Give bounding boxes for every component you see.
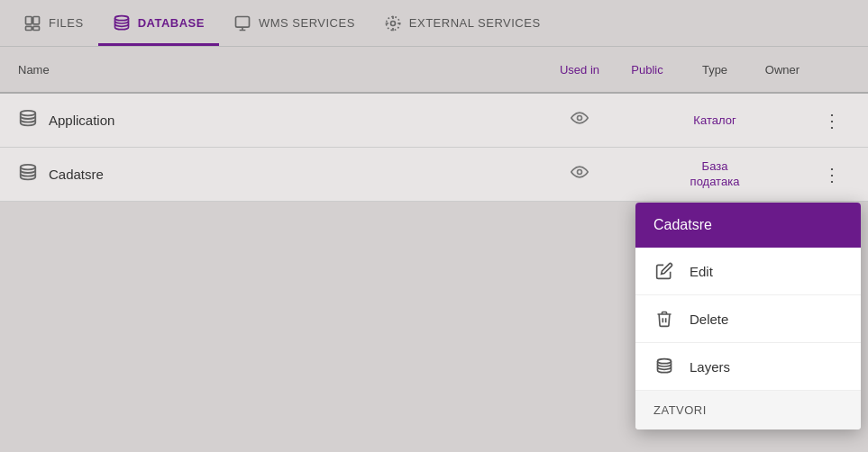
more-options-cadatsre[interactable]: ⋮	[818, 160, 846, 189]
col-header-owner: Owner	[751, 63, 814, 77]
row-application-used-in	[544, 109, 616, 131]
svg-rect-2	[26, 26, 32, 30]
external-icon	[384, 14, 402, 32]
row-cadatsre-name: Cadatsre	[18, 163, 544, 185]
menu-edit-label: Edit	[690, 264, 713, 279]
files-icon	[23, 14, 41, 32]
tab-files-label: FILES	[49, 16, 84, 30]
col-header-used-in: Used in	[544, 63, 616, 77]
table-row: Cadatsre База података ⋮	[0, 148, 868, 202]
col-header-name: Name	[18, 63, 544, 77]
trash-icon	[653, 308, 675, 330]
svg-point-11	[578, 170, 582, 175]
tab-database-label: DATABASE	[138, 16, 205, 30]
svg-point-4	[114, 15, 128, 20]
menu-item-edit[interactable]: Edit	[635, 248, 861, 295]
svg-point-9	[578, 116, 582, 121]
menu-item-delete[interactable]: Delete	[635, 295, 861, 343]
db-icon-cadatsre	[18, 163, 38, 185]
row-cadatsre-actions[interactable]: ⋮	[814, 160, 850, 189]
menu-item-layers[interactable]: Layers	[635, 343, 861, 391]
menu-title: Cadatsre	[635, 203, 861, 248]
svg-rect-5	[235, 16, 249, 27]
table-header: Name Used in Public Type Owner	[0, 47, 868, 94]
col-header-type: Type	[679, 63, 751, 77]
svg-point-6	[390, 21, 395, 25]
menu-delete-label: Delete	[690, 312, 728, 327]
row-cadatsre-type-line1: База	[702, 159, 728, 173]
tab-external[interactable]: EXTERNAL SERVICES	[370, 0, 555, 46]
tab-external-label: EXTERNAL SERVICES	[409, 16, 541, 30]
layers-icon	[653, 356, 675, 377]
svg-rect-0	[26, 16, 32, 23]
table-row: Application Каталог ⋮	[0, 94, 868, 148]
db-icon-application	[18, 109, 38, 131]
eye-icon-cadatsre[interactable]	[571, 163, 589, 185]
menu-layers-label: Layers	[690, 359, 730, 375]
row-application-type: Каталог	[679, 113, 751, 127]
more-options-application[interactable]: ⋮	[818, 106, 846, 135]
row-application-name: Application	[18, 109, 544, 131]
context-menu: Cadatsre Edit Delete	[635, 203, 861, 429]
row-cadatsre-type: База података	[679, 159, 751, 190]
tab-wms[interactable]: WMS SERVICES	[219, 0, 370, 46]
tab-wms-label: WMS SERVICES	[259, 16, 355, 30]
menu-close-button[interactable]: ZATVORI	[635, 391, 861, 429]
row-cadatsre-label: Cadatsre	[49, 167, 104, 182]
row-cadatsre-type-line2: података	[690, 175, 740, 188]
svg-rect-3	[33, 26, 40, 30]
tab-files[interactable]: FILES	[9, 0, 98, 46]
svg-rect-1	[33, 16, 40, 23]
row-application-actions[interactable]: ⋮	[814, 106, 850, 135]
tab-database[interactable]: DATABASE	[98, 0, 219, 46]
col-header-public: Public	[616, 63, 679, 77]
database-nav-icon	[113, 14, 131, 32]
wms-icon	[233, 14, 251, 32]
svg-point-8	[21, 111, 36, 115]
row-application-label: Application	[49, 113, 114, 128]
nav-tabs: FILES DATABASE WMS SERVICES	[0, 0, 868, 47]
row-cadatsre-used-in	[544, 163, 616, 185]
eye-icon-application[interactable]	[571, 109, 589, 131]
svg-point-10	[21, 165, 36, 170]
svg-point-12	[658, 359, 672, 364]
pencil-icon	[653, 260, 675, 282]
